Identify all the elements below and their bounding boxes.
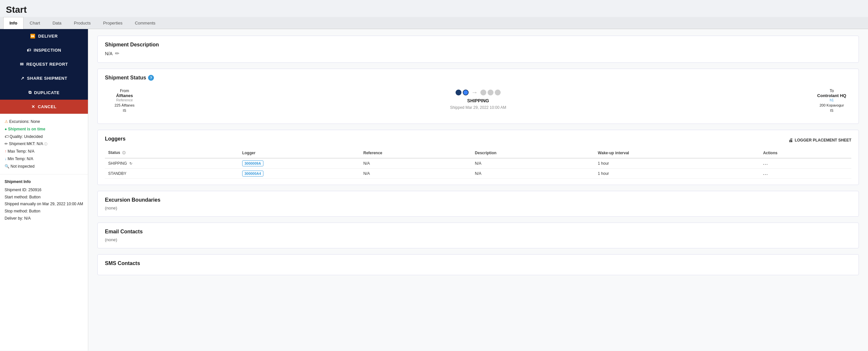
col-description: Description [472, 148, 594, 158]
row2-wakeup: 1 hour [594, 169, 760, 179]
tab-comments[interactable]: Comments [129, 17, 162, 29]
stop-method-value: Button [29, 209, 40, 214]
dot-1 [456, 90, 461, 95]
tab-properties[interactable]: Properties [97, 17, 128, 29]
printer-icon: 🖨 [788, 137, 793, 143]
logger-link-1[interactable]: 3000009A [242, 160, 264, 166]
row2-logger: 300000A4 [239, 169, 360, 179]
deliver-icon: ⏩ [30, 34, 36, 38]
logger-placement-btn[interactable]: 🖨 LOGGER PLACEMENT SHEET [788, 137, 851, 143]
status-center: → SHIPPING Shipped Mar 29, 2022 10:00 AM [144, 89, 812, 110]
from-label: From [105, 89, 144, 93]
from-country: IS [105, 108, 144, 113]
row2-description: N/A [472, 169, 594, 179]
shipment-description-heading: Shipment Description [105, 42, 851, 48]
mkt-value: N/A [37, 141, 43, 146]
max-temp-label: Max Temp: [7, 149, 27, 154]
deliver-by-label: Deliver by: [5, 216, 23, 221]
sidebar: ⏩ DELIVER 🏷 INSPECTION ✉ REQUEST REPORT … [0, 29, 88, 351]
tab-bar: Info Chart Data Products Properties Comm… [0, 17, 868, 29]
mkt-label: Shipment MKT: [9, 141, 35, 146]
row1-actions-menu[interactable]: ... [763, 161, 768, 166]
status-from: From Álftanes Reference 225 Álftanes IS [105, 89, 144, 113]
row2-actions-menu[interactable]: ... [763, 171, 768, 176]
cancel-icon: ✕ [31, 104, 35, 109]
from-address: 225 Álftanes [105, 103, 144, 107]
inspection-button[interactable]: 🏷 INSPECTION [0, 43, 88, 57]
request-report-icon: ✉ [20, 62, 24, 67]
sms-contacts-block: SMS Contacts [97, 254, 859, 275]
quality-label: Quality: [9, 134, 23, 139]
row2-actions: ... [760, 169, 851, 179]
email-contacts-block: Email Contacts (none) [97, 223, 859, 248]
logger-link-2[interactable]: 300000A4 [242, 170, 264, 177]
mkt-info-icon: ⓘ [44, 142, 48, 146]
loggers-table: Status ⓘ Logger Reference Description Wa… [105, 148, 851, 179]
from-location: Álftanes [105, 93, 144, 98]
row1-wakeup: 1 hour [594, 158, 760, 169]
shipment-status-block: Shipment Status ? From Álftanes Referenc… [97, 69, 859, 124]
sidebar-stats: ⚠ Excursions: None ● Shipment is on time… [0, 114, 88, 174]
tab-info[interactable]: Info [3, 17, 24, 29]
search-icon: 🔍 [5, 164, 9, 169]
shipment-on-time: Shipment is on time [8, 127, 45, 131]
inspection-icon: 🏷 [27, 48, 31, 53]
excursion-boundaries-block: Excursion Boundaries (none) [97, 191, 859, 217]
min-temp-value: N/A [27, 157, 33, 161]
email-contacts-heading: Email Contacts [105, 229, 851, 235]
col-logger: Logger [239, 148, 360, 158]
refresh-icon[interactable]: ↻ [129, 161, 132, 165]
deliver-by-value: N/A [24, 216, 31, 221]
mkt-icon: ✏ [5, 141, 8, 146]
start-method-label: Start method: [5, 195, 28, 199]
logger-row-2: STANDBY 300000A4 N/A N/A 1 hour ... [105, 169, 851, 179]
excursions-value: None [31, 119, 40, 124]
to-label: To [812, 89, 851, 93]
excursion-boundaries-value: (none) [105, 205, 851, 211]
dot-3 [480, 90, 486, 95]
status-label: SHIPPING [467, 98, 489, 103]
row1-reference: N/A [360, 158, 472, 169]
quality-icon: 🏷 [5, 134, 8, 139]
main-content: Shipment Description N/A ✏ Shipment Stat… [88, 29, 868, 351]
arrow-icon: → [471, 89, 478, 96]
dot-4 [488, 90, 494, 95]
duplicate-button[interactable]: ⧉ DUPLICATE [0, 85, 88, 100]
status-info-icon: ⓘ [122, 151, 125, 155]
status-dots: → [456, 89, 501, 96]
tab-products[interactable]: Products [68, 17, 97, 29]
logger-placement-label: LOGGER PLACEMENT SHEET [795, 138, 851, 142]
row2-status: STANDBY [105, 169, 239, 179]
status-to: To Controlant HQ h1 200 Kopavogur IS [812, 89, 851, 113]
not-inspected-label: Not inspected [10, 164, 34, 169]
row1-actions: ... [760, 158, 851, 169]
shipped-date: Mar 29, 2022 10:00 AM [42, 202, 83, 206]
excursions-icon: ⚠ [5, 119, 8, 124]
excursion-boundaries-heading: Excursion Boundaries [105, 197, 851, 203]
excursions-label: Excursions: [9, 119, 29, 124]
request-report-button[interactable]: ✉ REQUEST REPORT [0, 57, 88, 71]
quality-value: Undecided [24, 134, 42, 139]
shipment-id-label: Shipment ID: [5, 188, 27, 192]
row1-description: N/A [472, 158, 594, 169]
shipment-info-title: Shipment Info [5, 179, 83, 186]
stop-method-label: Stop method: [5, 209, 28, 214]
to-location: Controlant HQ [812, 93, 851, 98]
cancel-button[interactable]: ✕ CANCEL [0, 100, 88, 114]
shipped-label: Shipped manually on [5, 202, 41, 206]
tab-chart[interactable]: Chart [24, 17, 46, 29]
row2-reference: N/A [360, 169, 472, 179]
shipment-description-block: Shipment Description N/A ✏ [97, 36, 859, 63]
row1-logger: 3000009A [239, 158, 360, 169]
edit-description-icon[interactable]: ✏ [115, 50, 119, 57]
help-icon[interactable]: ? [148, 75, 154, 81]
sms-contacts-heading: SMS Contacts [105, 260, 851, 266]
to-country: IS [812, 108, 851, 113]
col-reference: Reference [360, 148, 472, 158]
tab-data[interactable]: Data [46, 17, 68, 29]
to-link[interactable]: h1 [812, 98, 851, 102]
share-shipment-icon: ↗ [21, 76, 25, 81]
col-status: Status ⓘ [105, 148, 239, 158]
share-shipment-button[interactable]: ↗ SHARE SHIPMENT [0, 71, 88, 85]
deliver-button[interactable]: ⏩ DELIVER [0, 29, 88, 43]
